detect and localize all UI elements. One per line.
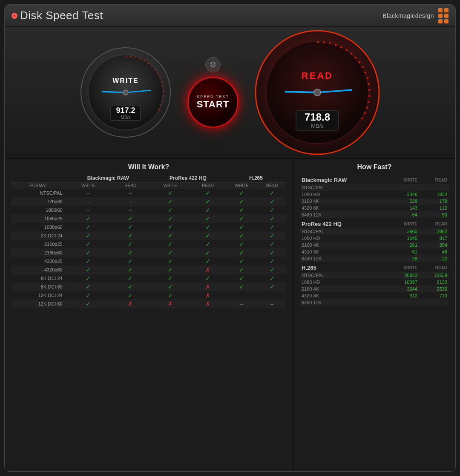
hf-read-value: 22 (419, 255, 449, 262)
group-name: Blackmagic RAW (300, 174, 388, 184)
h265-write-cell: ✓ (226, 206, 258, 214)
format-cell: 12K DCI 60 (11, 300, 66, 308)
data-section: Will It Work? Blackmagic RAW ProRes 422 … (5, 159, 455, 472)
hf-data-row: 1080 HD 2346 1834 (300, 191, 449, 198)
start-label: START (197, 99, 230, 110)
table-row: 2K DCI 24 ✓ ✓ ✓ ✓ ✓ ✓ (11, 231, 286, 240)
table-row: NTSC/PAL – – ✓ ✓ ✓ ✓ (11, 189, 286, 197)
h265-write-cell: ✓ (226, 197, 258, 206)
bmr-write-cell: ✓ (66, 231, 111, 240)
h265-read-cell: ✓ (258, 274, 286, 283)
bmr-read-cell: ✓ (111, 283, 150, 291)
h265-write-cell: ✓ (226, 189, 258, 197)
bmr-read-cell: ✓ (111, 291, 150, 300)
pr-write-cell: ✓ (150, 274, 190, 283)
hf-read-value: 48 (419, 248, 449, 255)
pr-read-cell: ✗ (190, 291, 226, 300)
read-col-label: READ (419, 218, 449, 228)
bmr-header: Blackmagic RAW (66, 174, 150, 182)
bmr-write-header: WRITE (66, 182, 111, 189)
table-row: 2160p25 ✓ ✓ ✓ ✓ ✓ ✓ (11, 240, 286, 248)
h265-read-cell: ✓ (258, 257, 286, 265)
svg-point-14 (314, 89, 321, 96)
h265-write-cell: ✓ (226, 240, 258, 248)
format-cell: 720p60 (11, 197, 66, 206)
h265-write-cell: ✓ (226, 223, 258, 231)
hf-label: 6480 12K (300, 299, 388, 306)
h265-write-cell: ✓ (226, 265, 258, 274)
pr-write-cell: ✓ (150, 197, 190, 206)
hf-data-row: 4320 8K 61 48 (300, 248, 449, 255)
hf-read-value: 817 (419, 235, 449, 242)
table-row: 12K DCI 60 ✓ ✗ ✗ ✗ – – (11, 300, 286, 308)
table-row: 12K DCI 24 ✓ ✓ ✓ ✗ – – (11, 291, 286, 300)
svg-line-2 (102, 92, 126, 92)
hf-label: 6480 12K (300, 255, 388, 262)
bmr-read-cell: – (111, 206, 150, 214)
pr-read-cell: ✗ (190, 283, 226, 291)
pr-write-cell: ✓ (150, 248, 190, 257)
h265-read-cell: ✓ (258, 189, 286, 197)
hf-label: 2160 4K (300, 198, 388, 205)
hf-read-value: 204 (419, 242, 449, 248)
hf-write-value: 10397 (388, 279, 419, 286)
h265-read-header: READ (258, 182, 286, 189)
brand-area: Blackmagicdesign (382, 8, 448, 23)
hf-read-value: 50 (419, 211, 449, 218)
h265-write-cell: ✓ (226, 283, 258, 291)
bmr-read-cell: ✓ (111, 240, 150, 248)
table-row: 1080i60 – – ✓ ✓ ✓ ✓ (11, 206, 286, 214)
write-col-label: WRITE (388, 174, 419, 184)
speed-test-label: SPEED TEST (197, 95, 229, 99)
pr-write-cell: ✓ (150, 265, 190, 274)
hf-data-row: 6480 12K 28 22 (300, 255, 449, 262)
h265-read-cell: ✓ (258, 283, 286, 291)
format-cell: 4320p25 (11, 257, 66, 265)
hf-write-value: 28 (388, 255, 419, 262)
format-cell: NTSC/PAL (11, 189, 66, 197)
will-it-work-title: Will It Work? (11, 163, 286, 171)
format-cell: 1080p25 (11, 214, 66, 223)
pr-read-cell: ✓ (190, 240, 226, 248)
hf-write-value: 3660 (388, 228, 419, 235)
bmr-read-cell: – (111, 197, 150, 206)
gauge-middle: ⚙ SPEED TEST START (185, 50, 241, 135)
pr-read-cell: ✓ (190, 214, 226, 223)
h265-read-cell: ✓ (258, 240, 286, 248)
hf-write-value: 28823 (388, 272, 419, 279)
svg-text:917.2: 917.2 (116, 106, 135, 115)
prores-header: ProRes 422 HQ (150, 174, 226, 182)
svg-text:MB/s: MB/s (121, 115, 131, 120)
write-col-label: WRITE (388, 262, 419, 272)
read-col-label: READ (419, 174, 449, 184)
group-header-row: ProRes 422 HQ WRITE READ (300, 218, 449, 228)
hf-read-value: 8130 (419, 279, 449, 286)
hf-write-value: 143 (388, 205, 419, 211)
bmr-read-header: READ (111, 182, 150, 189)
group-header-row: Blackmagic RAW WRITE READ (300, 174, 449, 184)
bmr-read-cell: ✓ (111, 248, 150, 257)
hf-read-value: 2862 (419, 228, 449, 235)
hf-read-value: 22539 (419, 272, 449, 279)
write-col-label: WRITE (388, 218, 419, 228)
hf-label: 4320 8K (300, 205, 388, 211)
start-button[interactable]: SPEED TEST START (187, 77, 239, 128)
hf-data-row: 2160 4K 261 204 (300, 242, 449, 248)
how-fast-panel: How Fast? Blackmagic RAW WRITE READ NTSC… (293, 159, 455, 472)
h265-write-cell: – (226, 291, 258, 300)
hf-label: NTSC/PAL (300, 184, 388, 191)
group-name: H.265 (300, 262, 388, 272)
bmr-read-cell: ✗ (111, 300, 150, 308)
bmr-read-cell: – (111, 189, 150, 197)
hf-data-row: NTSC/PAL 3660 2862 (300, 228, 449, 235)
h265-write-cell: ✓ (226, 274, 258, 283)
hf-label: 4320 8K (300, 292, 388, 299)
settings-button[interactable]: ⚙ (205, 57, 221, 72)
close-button[interactable]: ✕ (12, 13, 17, 19)
pr-read-cell: ✓ (190, 248, 226, 257)
pr-write-cell: ✓ (150, 214, 190, 223)
pr-read-header: READ (190, 182, 226, 189)
hf-data-row: 4320 8K 912 713 (300, 292, 449, 299)
hf-write-value: - (388, 184, 419, 191)
will-it-work-table: Blackmagic RAW ProRes 422 HQ H.265 FORMA… (11, 174, 286, 308)
